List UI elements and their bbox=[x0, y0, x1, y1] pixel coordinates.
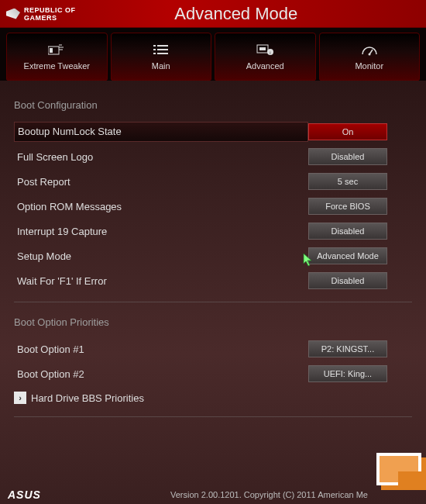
setting-value-button[interactable]: On bbox=[308, 123, 387, 140]
gauge-icon bbox=[360, 43, 379, 57]
tab-label: Extreme Tweaker bbox=[24, 61, 90, 71]
setting-label: Full Screen Logo bbox=[14, 151, 308, 163]
submenu-label: Hard Drive BBS Priorities bbox=[31, 392, 144, 404]
section-boot-config-title: Boot Configuration bbox=[14, 99, 412, 111]
page-title: Advanced Mode bbox=[53, 4, 420, 24]
svg-rect-7 bbox=[153, 49, 156, 50]
divider bbox=[14, 302, 412, 302]
svg-point-16 bbox=[368, 54, 370, 56]
tab-bar: Extreme Tweaker Main i Advanced Monitor bbox=[0, 28, 426, 81]
setting-label: Wait For 'F1' If Error bbox=[14, 275, 308, 287]
setting-label: Option ROM Messages bbox=[14, 201, 308, 212]
svg-rect-9 bbox=[153, 53, 156, 54]
svg-rect-10 bbox=[157, 53, 168, 54]
setting-value-button[interactable]: Disabled bbox=[308, 148, 387, 165]
setting-label: Boot Option #2 bbox=[14, 368, 308, 380]
setting-row-option-rom[interactable]: Option ROM Messages Force BIOS bbox=[14, 196, 412, 216]
setting-row-int19[interactable]: Interrupt 19 Capture Disabled bbox=[14, 221, 412, 241]
submenu-hdd-bbs[interactable]: › Hard Drive BBS Priorities bbox=[14, 388, 412, 407]
setting-label: Bootup NumLock State bbox=[14, 122, 308, 142]
setting-label: Boot Option #1 bbox=[14, 343, 308, 355]
setting-value-button[interactable]: Advanced Mode bbox=[308, 247, 387, 264]
tab-label: Advanced bbox=[246, 61, 284, 71]
setting-value-button[interactable]: UEFI: King... bbox=[308, 365, 387, 382]
setting-value-button[interactable]: P2: KINGST... bbox=[308, 340, 387, 357]
chevron-right-icon: › bbox=[14, 392, 26, 404]
list-icon bbox=[152, 43, 170, 57]
content-panel: Boot Configuration Bootup NumLock State … bbox=[0, 81, 426, 417]
tab-label: Main bbox=[152, 61, 170, 71]
boot-option-1-row[interactable]: Boot Option #1 P2: KINGST... bbox=[14, 339, 412, 359]
setting-value-button[interactable]: 5 sec bbox=[308, 173, 387, 190]
tab-monitor[interactable]: Monitor bbox=[319, 33, 421, 81]
setting-row-numlock[interactable]: Bootup NumLock State On bbox=[14, 122, 412, 142]
tab-extreme-tweaker[interactable]: Extreme Tweaker bbox=[6, 33, 108, 81]
tab-main[interactable]: Main bbox=[111, 33, 212, 81]
setting-label: Post Report bbox=[14, 176, 308, 188]
svg-rect-6 bbox=[157, 45, 168, 47]
chip-info-icon: i bbox=[256, 43, 274, 57]
setting-label: Setup Mode bbox=[14, 250, 308, 262]
version-text: Version 2.00.1201. Copyright (C) 2011 Am… bbox=[170, 490, 368, 499]
setting-value-button[interactable]: Force BIOS bbox=[308, 198, 387, 215]
svg-text:i: i bbox=[270, 50, 271, 55]
setting-value-button[interactable]: Disabled bbox=[308, 272, 387, 289]
tweaker-icon bbox=[47, 43, 66, 57]
header-bar: REPUBLIC OF GAMERS Advanced Mode bbox=[0, 0, 426, 28]
section-boot-priorities-title: Boot Option Priorities bbox=[14, 316, 412, 328]
divider bbox=[14, 416, 412, 417]
rog-eye-icon bbox=[6, 9, 20, 19]
boot-option-2-row[interactable]: Boot Option #2 UEFI: King... bbox=[14, 364, 412, 384]
svg-rect-12 bbox=[259, 47, 266, 50]
svg-rect-8 bbox=[157, 49, 168, 50]
setting-value-button[interactable]: Disabled bbox=[308, 223, 387, 240]
vendor-logo: ASUS bbox=[8, 488, 41, 501]
svg-rect-5 bbox=[153, 45, 156, 47]
watermark-logo bbox=[375, 451, 426, 490]
setting-row-setup-mode[interactable]: Setup Mode Advanced Mode bbox=[14, 246, 412, 266]
svg-rect-1 bbox=[50, 48, 53, 53]
setting-row-post-report[interactable]: Post Report 5 sec bbox=[14, 171, 412, 192]
tab-advanced[interactable]: i Advanced bbox=[215, 33, 316, 81]
tab-label: Monitor bbox=[355, 61, 383, 71]
setting-row-fullscreen-logo[interactable]: Full Screen Logo Disabled bbox=[14, 147, 412, 167]
setting-label: Interrupt 19 Capture bbox=[14, 226, 308, 237]
setting-row-wait-f1[interactable]: Wait For 'F1' If Error Disabled bbox=[14, 271, 412, 291]
